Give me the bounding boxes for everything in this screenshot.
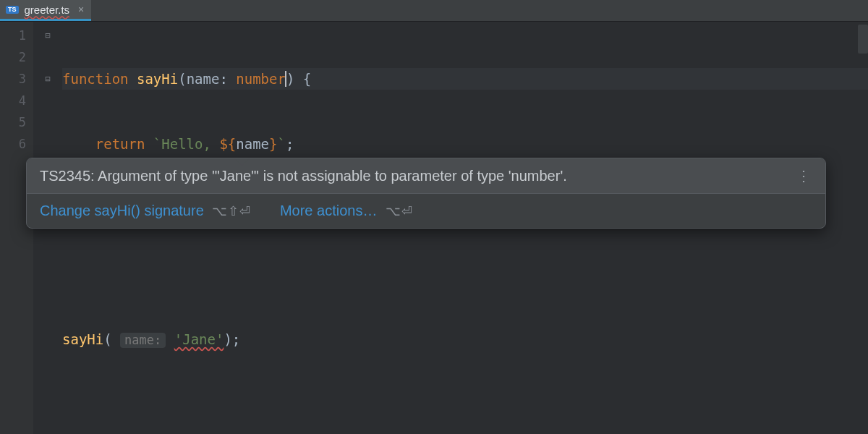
error-squiggle: 'Jane' bbox=[174, 331, 224, 347]
line-number: 5 bbox=[0, 111, 33, 133]
line-number: 3 bbox=[0, 68, 33, 90]
fold-open-icon[interactable]: ⊟ bbox=[45, 25, 50, 46]
tab-bar: TS greeter.ts × bbox=[0, 0, 868, 22]
close-icon[interactable]: × bbox=[78, 4, 84, 15]
ts-file-icon: TS bbox=[6, 6, 19, 14]
inlay-hint: name: bbox=[120, 333, 166, 348]
tooltip-header: TS2345: Argument of type '"Jane"' is not… bbox=[27, 158, 825, 194]
fold-close-icon[interactable]: ⊟ bbox=[45, 68, 50, 90]
error-message: TS2345: Argument of type '"Jane"' is not… bbox=[40, 168, 567, 184]
code-line bbox=[62, 393, 868, 415]
tab-greeter[interactable]: TS greeter.ts × bbox=[0, 0, 91, 21]
code-line: sayHi( name: 'Jane'); bbox=[62, 328, 868, 350]
fix-signature-action[interactable]: Change sayHi() signature bbox=[40, 203, 204, 218]
more-actions[interactable]: More actions… bbox=[280, 203, 378, 218]
line-number: 1 bbox=[0, 25, 33, 46]
scrollbar[interactable] bbox=[858, 25, 868, 54]
code-line bbox=[62, 263, 868, 285]
tab-filename: greeter.ts bbox=[25, 4, 70, 16]
gutter: 1 2 3 4 5 6 bbox=[0, 22, 33, 434]
line-number: 4 bbox=[0, 90, 33, 111]
line-number: 2 bbox=[0, 46, 33, 68]
code-line: function sayHi(name: number) { bbox=[62, 68, 868, 90]
error-tooltip: TS2345: Argument of type '"Jane"' is not… bbox=[26, 158, 826, 229]
shortcut-hint: ⌥⇧⏎ bbox=[212, 204, 251, 218]
tooltip-actions: Change sayHi() signature ⌥⇧⏎ More action… bbox=[27, 194, 825, 228]
kebab-icon[interactable]: ⋮ bbox=[796, 167, 812, 184]
shortcut-hint: ⌥⏎ bbox=[386, 204, 413, 218]
line-number: 6 bbox=[0, 133, 33, 155]
code-line: return `Hello, ${name}`; bbox=[62, 133, 868, 155]
